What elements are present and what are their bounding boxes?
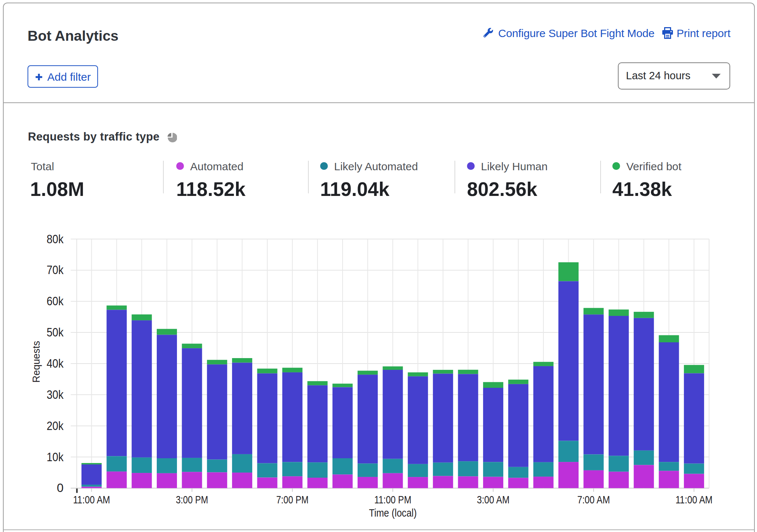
svg-text:40k: 40k xyxy=(47,357,64,370)
svg-text:Requests: Requests xyxy=(31,341,42,383)
svg-text:7:00 PM: 7:00 PM xyxy=(276,493,308,506)
svg-text:11:00 AM: 11:00 AM xyxy=(675,493,713,506)
svg-text:50k: 50k xyxy=(47,325,64,339)
svg-text:3:00 PM: 3:00 PM xyxy=(176,493,208,506)
svg-text:80k: 80k xyxy=(47,232,64,246)
svg-text:11:00 PM: 11:00 PM xyxy=(374,493,411,506)
svg-text:11:00 AM: 11:00 AM xyxy=(73,493,110,506)
svg-text:30k: 30k xyxy=(47,388,64,401)
svg-text:60k: 60k xyxy=(47,294,64,308)
svg-text:0: 0 xyxy=(57,481,64,495)
svg-text:7:00 AM: 7:00 AM xyxy=(577,493,610,506)
svg-text:70k: 70k xyxy=(47,263,64,277)
svg-text:Time (local): Time (local) xyxy=(369,507,417,519)
svg-text:10k: 10k xyxy=(47,450,64,464)
svg-text:20k: 20k xyxy=(47,419,64,433)
svg-text:3:00 AM: 3:00 AM xyxy=(477,493,510,506)
